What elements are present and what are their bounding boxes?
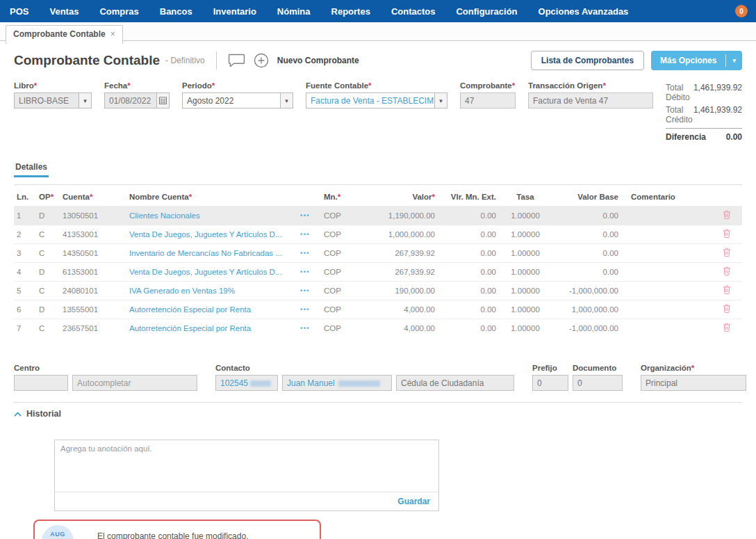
cell-comentario <box>621 300 712 319</box>
row-actions-button[interactable]: ••• <box>297 319 321 338</box>
details-table-body: 1D13050501Clientes Nacionales•••COP1,190… <box>14 207 742 338</box>
table-row[interactable]: 3C14350501Inventario de Mercancías No Fa… <box>14 244 742 263</box>
nav-item-configuracion[interactable]: Configuración <box>456 6 517 17</box>
col-tasa: Tasa <box>499 186 552 207</box>
chevron-down-icon[interactable]: ▾ <box>434 93 447 108</box>
page-title: Comprobante Contable <box>14 53 160 68</box>
centro-field-group: Centro Autocompletar <box>14 364 197 391</box>
cell-cuenta: 13050501 <box>60 207 126 225</box>
annotation-textarea[interactable] <box>55 440 438 492</box>
delete-row-button[interactable] <box>712 263 742 282</box>
cell-comentario <box>621 319 712 338</box>
delete-row-button[interactable] <box>712 300 742 319</box>
table-row[interactable]: 6D13555001Autorretención Especial por Re… <box>14 300 742 319</box>
redacted-text <box>338 380 380 387</box>
cell-nombre-cuenta: Venta De Juegos, Juguetes Y Artículos D.… <box>126 225 297 244</box>
tab-detalles[interactable]: Detalles <box>14 162 49 177</box>
nav-item-nomina[interactable]: Nómina <box>277 6 311 17</box>
row-actions-button[interactable]: ••• <box>297 244 321 263</box>
guardar-link[interactable]: Guardar <box>397 497 430 506</box>
table-row[interactable]: 4D61353001Venta De Juegos, Juguetes Y Ar… <box>14 263 742 282</box>
comment-icon[interactable] <box>228 54 245 67</box>
cell-ln: 7 <box>14 319 36 338</box>
delete-row-button[interactable] <box>712 282 742 300</box>
delete-row-button[interactable] <box>712 225 742 244</box>
tab-comprobante-contable[interactable]: Comprobante Contable × <box>6 25 123 44</box>
table-row[interactable]: 5C24080101IVA Generado en Ventas 19%•••C… <box>14 282 742 300</box>
cell-ln: 4 <box>14 263 36 282</box>
libro-select[interactable]: LIBRO-BASE ▾ <box>14 92 92 108</box>
nav-item-inventario[interactable]: Inventario <box>213 6 256 17</box>
documento-input[interactable]: 0 <box>573 375 623 391</box>
plus-circle-icon[interactable] <box>254 53 269 68</box>
main-content: Comprobante Contable - Definitivo Nuevo … <box>0 51 756 539</box>
cell-valor-base: 0.00 <box>552 244 621 263</box>
documento-label: Documento <box>573 364 616 372</box>
row-actions-button[interactable]: ••• <box>297 263 321 282</box>
fecha-input[interactable]: 01/08/2022 <box>104 92 170 108</box>
contacto-doc-type-input[interactable]: Cédula de Ciudadanía <box>396 375 514 391</box>
col-comentario: Comentario <box>621 186 712 207</box>
diferencia-label: Diferencia <box>666 132 706 142</box>
cell-vlr-mn-ext: 0.00 <box>438 263 499 282</box>
row-actions-button[interactable]: ••• <box>297 225 321 244</box>
new-comprobante-button[interactable]: Nuevo Comprobante <box>277 56 359 65</box>
table-row[interactable]: 2C41353001Venta De Juegos, Juguetes Y Ar… <box>14 225 742 244</box>
total-credito-value: 1,461,939.92 <box>693 105 742 124</box>
col-op: OP* <box>36 186 60 207</box>
mas-opciones-button[interactable]: Más Opciones ▾ <box>651 51 742 70</box>
organizacion-input[interactable]: Principal <box>641 375 746 391</box>
close-icon[interactable]: × <box>110 29 115 39</box>
nav-item-opciones-avanzadas[interactable]: Opciones Avanzadas <box>539 6 629 17</box>
fuente-contable-select[interactable]: Factura de Venta - ESTABLECIMIEN ▾ <box>306 92 447 108</box>
cell-nombre-cuenta: Venta De Juegos, Juguetes Y Artículos D.… <box>126 263 297 282</box>
chevron-down-icon[interactable]: ▾ <box>79 93 91 108</box>
contacto-name-input[interactable]: Juan Manuel <box>282 375 392 391</box>
history-entry-text: El comprobante contable fue modificado. <box>97 531 261 539</box>
mas-opciones-label: Más Opciones <box>651 51 725 70</box>
cell-valor-base: 1,000,000.00 <box>552 300 621 319</box>
nav-item-ventas[interactable]: Ventas <box>49 6 79 17</box>
transaccion-origen-input[interactable]: Factura de Venta 47 <box>528 92 653 108</box>
comprobante-input[interactable]: 47 <box>460 92 516 108</box>
cell-vlr-mn-ext: 0.00 <box>438 225 499 244</box>
cell-valor: 1,000,000.00 <box>353 225 438 244</box>
prefijo-label: Prefijo <box>532 364 568 372</box>
cell-valor: 190,000.00 <box>353 282 438 300</box>
trash-icon <box>723 210 731 220</box>
calendar-icon[interactable] <box>156 93 169 108</box>
periodo-select[interactable]: Agosto 2022 ▾ <box>182 92 293 108</box>
centro-autocomplete-input[interactable]: Autocompletar <box>72 375 197 391</box>
nav-item-pos[interactable]: POS <box>10 6 28 17</box>
status-label: - Definitivo <box>165 56 205 65</box>
table-row[interactable]: 1D13050501Clientes Nacionales•••COP1,190… <box>14 207 742 225</box>
contacto-id-input[interactable]: 102545 <box>215 375 278 391</box>
cell-op: C <box>36 319 60 338</box>
transaccion-origen-field-group: Transacción Origen* Factura de Venta 47 <box>528 81 653 108</box>
cell-tasa: 1.00000 <box>499 300 552 319</box>
chevron-down-icon[interactable]: ▾ <box>726 51 742 70</box>
delete-row-button[interactable] <box>712 319 742 338</box>
lista-comprobantes-button[interactable]: Lista de Comprobantes <box>531 51 644 70</box>
chevron-down-icon[interactable]: ▾ <box>280 93 293 108</box>
cell-comentario <box>621 244 712 263</box>
prefijo-input[interactable]: 0 <box>532 375 568 391</box>
comprobante-field-group: Comprobante* 47 <box>460 81 516 108</box>
divider <box>216 51 217 70</box>
historial-section-header[interactable]: Historial <box>14 402 742 419</box>
notification-badge[interactable]: 0 <box>735 5 748 17</box>
cell-op: D <box>36 263 60 282</box>
total-debito-label: Total Débito <box>666 83 693 102</box>
nav-item-reportes[interactable]: Reportes <box>331 6 370 17</box>
row-actions-button[interactable]: ••• <box>297 300 321 319</box>
delete-row-button[interactable] <box>712 207 742 225</box>
row-actions-button[interactable]: ••• <box>297 207 321 225</box>
nav-item-contactos[interactable]: Contactos <box>391 6 436 17</box>
centro-code-input[interactable] <box>14 375 68 391</box>
cell-cuenta: 41353001 <box>60 225 126 244</box>
table-row[interactable]: 7C23657501Autorretención Especial por Re… <box>14 319 742 338</box>
nav-item-bancos[interactable]: Bancos <box>160 6 192 17</box>
row-actions-button[interactable]: ••• <box>297 282 321 300</box>
delete-row-button[interactable] <box>712 244 742 263</box>
nav-item-compras[interactable]: Compras <box>99 6 138 17</box>
